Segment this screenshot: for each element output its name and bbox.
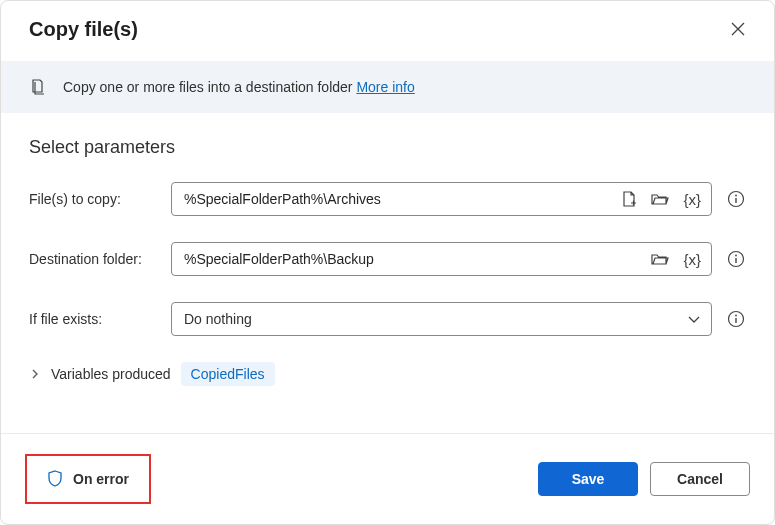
destination-insert-variable-button[interactable]: {x} [681,249,703,270]
dialog-title: Copy file(s) [29,18,138,41]
destination-label: Destination folder: [29,251,157,267]
variables-produced-label: Variables produced [51,366,171,382]
destination-select-folder-button[interactable] [649,249,671,269]
files-to-copy-icons: {x} [619,189,703,210]
section-title: Select parameters [29,137,746,158]
files-to-copy-input-wrap: {x} [171,182,712,216]
files-to-copy-row: File(s) to copy: {x} [29,182,746,216]
if-file-exists-value: Do nothing [184,311,252,327]
destination-row: Destination folder: {x} [29,242,746,276]
if-file-exists-label: If file exists: [29,311,157,327]
svg-point-1 [735,195,737,197]
on-error-highlight: On error [25,454,151,504]
svg-point-5 [735,315,737,317]
destination-icons: {x} [649,249,703,270]
files-help-button[interactable] [726,190,746,208]
more-info-link[interactable]: More info [356,79,414,95]
variable-icon: {x} [683,191,701,208]
chevron-down-icon [687,312,701,326]
insert-variable-button[interactable]: {x} [681,189,703,210]
variables-expand-toggle[interactable] [29,368,41,380]
cancel-button[interactable]: Cancel [650,462,750,496]
footer-actions: Save Cancel [538,462,750,496]
destination-input[interactable] [184,251,649,267]
svg-point-3 [735,255,737,257]
dialog-footer: On error Save Cancel [1,433,774,524]
ifexists-help-button[interactable] [726,310,746,328]
file-add-icon [621,191,637,207]
shield-icon [47,470,63,488]
files-to-copy-label: File(s) to copy: [29,191,157,207]
close-button[interactable] [726,17,750,41]
if-file-exists-row: If file exists: Do nothing [29,302,746,336]
info-icon [727,310,745,328]
variables-produced-row: Variables produced CopiedFiles [29,362,746,386]
folder-open-icon [651,191,669,207]
info-banner-text: Copy one or more files into a destinatio… [63,79,356,95]
info-icon [727,190,745,208]
dialog-content: Select parameters File(s) to copy: {x} [1,113,774,433]
dialog-header: Copy file(s) [1,1,774,61]
save-button[interactable]: Save [538,462,638,496]
close-icon [730,21,746,37]
select-folder-button[interactable] [649,189,671,209]
if-file-exists-select[interactable]: Do nothing [171,302,712,336]
info-banner-text-wrap: Copy one or more files into a destinatio… [63,79,415,95]
on-error-label: On error [73,471,129,487]
info-banner: Copy one or more files into a destinatio… [1,61,774,113]
copy-file-icon [29,77,49,97]
chevron-right-icon [29,368,41,380]
variable-icon: {x} [683,251,701,268]
select-file-button[interactable] [619,189,639,209]
files-to-copy-input[interactable] [184,191,619,207]
destination-help-button[interactable] [726,250,746,268]
on-error-button[interactable]: On error [33,462,143,496]
folder-open-icon [651,251,669,267]
destination-input-wrap: {x} [171,242,712,276]
info-icon [727,250,745,268]
variable-chip-copiedfiles[interactable]: CopiedFiles [181,362,275,386]
